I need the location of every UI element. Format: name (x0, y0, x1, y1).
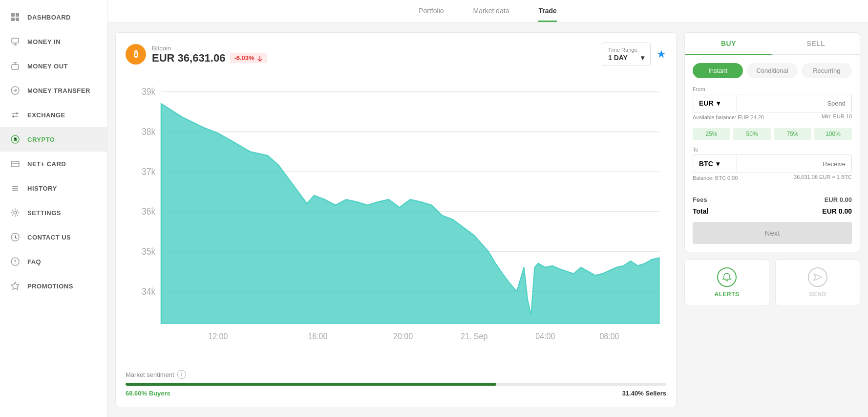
receive-input[interactable] (737, 155, 851, 173)
svg-text:35k: 35k (142, 246, 156, 257)
total-row: Total EUR 0.00 (693, 207, 852, 215)
send-button[interactable]: SEND (775, 259, 860, 306)
price-change: -6.03% (230, 53, 267, 63)
svg-text:08:00: 08:00 (599, 331, 619, 341)
from-currency-select[interactable]: EUR ▾ (693, 94, 737, 112)
favorite-icon[interactable]: ★ (656, 48, 666, 61)
svg-text:39k: 39k (142, 86, 156, 97)
buy-sell-content: Instant Conditional Recurring From EUR ▾ (685, 55, 860, 252)
balance-line: Available balance: EUR 24.20 Min: EUR 10 (693, 112, 852, 124)
chart-area: 39k 38k 37k 36k 35k 34k 12:00 16:00 20:0… (126, 76, 666, 363)
main-content: Portfolio Market data Trade ₿ Bitcoin EU… (107, 0, 868, 417)
contact-icon (10, 232, 21, 242)
sidebar-item-history[interactable]: HISTORY (0, 176, 107, 200)
divider (693, 191, 852, 191)
sidebar-item-label: DASHBOARD (27, 14, 71, 21)
money-out-icon (10, 61, 21, 71)
sidebar-item-money-out[interactable]: MONEY OUT (0, 54, 107, 78)
svg-rect-8 (11, 161, 19, 167)
sidebar-item-promotions[interactable]: PROMOTIONS (0, 274, 107, 298)
exchange-icon (10, 110, 21, 120)
sidebar-item-label: HISTORY (27, 185, 57, 192)
svg-rect-11 (12, 190, 18, 191)
to-row: BTC ▾ (693, 154, 852, 173)
sidebar-item-money-in[interactable]: MONEY IN (0, 29, 107, 54)
sidebar-item-label: SETTINGS (27, 209, 61, 217)
pct-100-btn[interactable]: 100% (814, 128, 852, 140)
alerts-icon (717, 267, 737, 287)
svg-rect-1 (16, 13, 19, 17)
to-label: To (693, 147, 852, 153)
info-icon[interactable]: i (177, 370, 186, 379)
from-row: EUR ▾ (693, 94, 852, 112)
btc-balance-line: Balance: BTC 0.00 36,631.06 EUR = 1 BTC (693, 173, 852, 185)
sidebar-item-crypto[interactable]: CRYPTO (0, 127, 107, 152)
from-dropdown-icon: ▾ (717, 99, 720, 107)
coin-price: EUR 36,631.06 (152, 52, 225, 65)
sidebar-item-label: MONEY IN (27, 38, 61, 45)
tab-trade[interactable]: Trade (538, 7, 556, 22)
alerts-button[interactable]: ALERTS (684, 259, 769, 306)
svg-text:38k: 38k (142, 126, 156, 137)
order-type-tabs: Instant Conditional Recurring (693, 63, 852, 78)
svg-text:21. Sep: 21. Sep (461, 331, 487, 341)
tab-market-data[interactable]: Market data (473, 7, 509, 22)
history-icon (10, 183, 21, 194)
time-range-label: Time Range: (608, 47, 644, 53)
sidebar-item-settings[interactable]: SETTINGS (0, 200, 107, 225)
sell-tab[interactable]: SELL (772, 33, 860, 55)
sidebar-item-label: PROMOTIONS (27, 283, 73, 290)
right-panel: BUY SELL Instant Conditional Recurring F… (684, 32, 860, 407)
conditional-btn[interactable]: Conditional (747, 63, 797, 78)
total-value: EUR 0.00 (822, 207, 852, 215)
sidebar-item-contact-us[interactable]: CONTACT US (0, 225, 107, 249)
money-transfer-icon (10, 85, 21, 96)
svg-rect-3 (16, 18, 19, 21)
pct-50-btn[interactable]: 50% (733, 128, 771, 140)
next-button[interactable]: Next (693, 222, 852, 244)
sidebar-item-exchange[interactable]: EXCHANGE (0, 103, 107, 127)
from-currency-label: EUR (699, 99, 714, 107)
buyers-value: 68.60% Buyers (126, 390, 170, 397)
chart-header-right: Time Range: 1 DAY ▾ ★ (602, 43, 666, 66)
sentiment-label: Market sentiment i (126, 370, 666, 379)
send-icon (808, 267, 827, 287)
time-range-select[interactable]: Time Range: 1 DAY ▾ (602, 43, 651, 66)
market-sentiment: Market sentiment i 68.60% Buyers 31.40% … (126, 370, 666, 397)
dropdown-arrow-icon: ▾ (641, 54, 644, 62)
total-label: Total (693, 207, 708, 215)
send-label: SEND (809, 291, 826, 298)
buy-tab[interactable]: BUY (685, 33, 772, 55)
crypto-icon (10, 134, 21, 145)
exchange-rate: 36,631.06 EUR = 1 BTC (794, 174, 852, 180)
to-currency-select[interactable]: BTC ▾ (693, 155, 737, 173)
svg-rect-2 (11, 18, 15, 21)
money-in-icon (10, 36, 21, 47)
svg-text:16:00: 16:00 (308, 331, 327, 341)
spend-input[interactable] (737, 95, 851, 112)
pct-75-btn[interactable]: 75% (774, 128, 811, 140)
coin-name: Bitcoin (152, 44, 267, 52)
tab-portfolio[interactable]: Portfolio (419, 7, 444, 22)
sidebar-item-net-card[interactable]: NET+ CARD (0, 152, 107, 176)
svg-text:12:00: 12:00 (208, 331, 228, 341)
sidebar-item-dashboard[interactable]: DASHBOARD (0, 5, 107, 29)
recurring-btn[interactable]: Recurring (802, 63, 852, 78)
action-buttons: ALERTS SEND (684, 259, 860, 306)
svg-text:34k: 34k (142, 286, 156, 297)
chart-panel: ₿ Bitcoin EUR 36,631.06 -6.03% (115, 32, 677, 407)
alerts-label: ALERTS (715, 291, 740, 298)
svg-rect-0 (11, 13, 15, 17)
to-group: To BTC ▾ Balance: BTC 0.00 36,631.06 EUR… (693, 147, 852, 185)
fees-value: EUR 0.00 (825, 196, 852, 203)
sidebar-item-money-transfer[interactable]: MONEY TRANSFER (0, 78, 107, 103)
instant-btn[interactable]: Instant (693, 63, 743, 78)
sidebar-item-label: CRYPTO (27, 136, 55, 143)
fees-label: Fees (693, 196, 707, 203)
pct-25-btn[interactable]: 25% (693, 128, 730, 140)
tabs-bar: Portfolio Market data Trade (107, 0, 868, 22)
net-card-icon (10, 158, 21, 169)
time-range-value: 1 DAY ▾ (608, 54, 644, 62)
svg-point-12 (14, 211, 17, 214)
sidebar-item-faq[interactable]: ? FAQ (0, 249, 107, 274)
